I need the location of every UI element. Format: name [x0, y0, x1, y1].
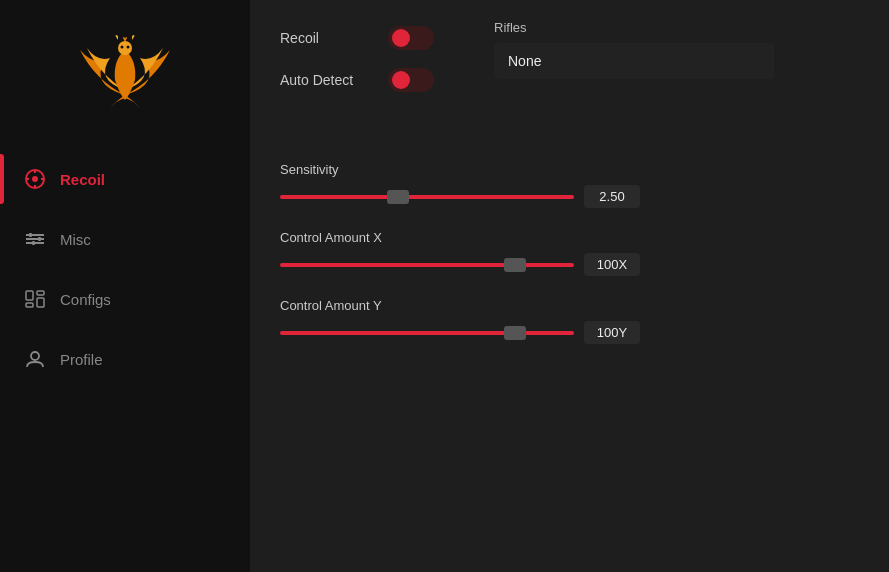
auto-detect-toggle-switch[interactable]: [388, 68, 434, 92]
sidebar-item-configs-label: Configs: [60, 291, 111, 308]
control-y-track-area: 100Y: [280, 321, 640, 344]
control-x-value: 100X: [584, 253, 640, 276]
configs-icon: [24, 288, 46, 310]
rifles-heading: Rifles: [494, 20, 774, 35]
control-x-label: Control Amount X: [280, 230, 859, 245]
sidebar-item-recoil-label: Recoil: [60, 171, 105, 188]
svg-rect-14: [32, 241, 35, 245]
svg-rect-13: [38, 237, 41, 241]
svg-point-4: [32, 176, 38, 182]
toggles-area: Recoil Auto Detect: [280, 20, 434, 92]
profile-icon: [24, 348, 46, 370]
svg-rect-16: [26, 303, 33, 307]
svg-rect-15: [26, 291, 33, 300]
control-y-track[interactable]: [280, 331, 574, 335]
recoil-icon: [24, 168, 46, 190]
auto-detect-toggle-knob: [392, 71, 410, 89]
sensitivity-track-area: 2.50: [280, 185, 640, 208]
recoil-toggle-label: Recoil: [280, 30, 370, 46]
sensitivity-value: 2.50: [584, 185, 640, 208]
sidebar-item-configs[interactable]: Configs: [0, 274, 250, 324]
svg-rect-18: [37, 291, 44, 295]
sidebar-item-misc-label: Misc: [60, 231, 91, 248]
svg-point-2: [127, 46, 130, 49]
top-section: Recoil Auto Detect Rifles None: [280, 20, 859, 92]
recoil-toggle-knob: [392, 29, 410, 47]
control-x-track-area: 100X: [280, 253, 640, 276]
sidebar: Recoil Misc: [0, 0, 250, 572]
sensitivity-track[interactable]: [280, 195, 574, 199]
logo-area: [0, 30, 250, 114]
sidebar-item-misc[interactable]: Misc: [0, 214, 250, 264]
sidebar-item-profile-label: Profile: [60, 351, 103, 368]
auto-detect-toggle-label: Auto Detect: [280, 72, 370, 88]
control-y-label: Control Amount Y: [280, 298, 859, 313]
sidebar-item-recoil[interactable]: Recoil: [0, 154, 250, 204]
sensitivity-thumb[interactable]: [387, 190, 409, 204]
sliders-section: Sensitivity 2.50 Control Amount X 100X C…: [280, 162, 859, 344]
control-y-value: 100Y: [584, 321, 640, 344]
recoil-toggle-row: Recoil: [280, 26, 434, 50]
sidebar-item-profile[interactable]: Profile: [0, 334, 250, 384]
nav-items: Recoil Misc: [0, 154, 250, 384]
recoil-toggle-switch[interactable]: [388, 26, 434, 50]
sensitivity-label: Sensitivity: [280, 162, 859, 177]
svg-point-0: [118, 41, 132, 55]
sensitivity-slider-row: Sensitivity 2.50: [280, 162, 859, 208]
svg-rect-12: [29, 233, 32, 237]
control-y-slider-row: Control Amount Y 100Y: [280, 298, 859, 344]
phoenix-logo: [75, 30, 175, 114]
control-x-slider-row: Control Amount X 100X: [280, 230, 859, 276]
control-x-thumb[interactable]: [504, 258, 526, 272]
rifles-option-none[interactable]: None: [494, 43, 774, 79]
auto-detect-toggle-row: Auto Detect: [280, 68, 434, 92]
main-content: Recoil Auto Detect Rifles None: [250, 0, 889, 572]
control-x-track[interactable]: [280, 263, 574, 267]
svg-point-19: [31, 352, 39, 360]
svg-rect-17: [37, 298, 44, 307]
misc-icon: [24, 228, 46, 250]
rifles-section: Rifles None: [494, 20, 774, 79]
control-y-thumb[interactable]: [504, 326, 526, 340]
rifles-list-box: None: [494, 43, 774, 79]
svg-point-1: [121, 46, 124, 49]
